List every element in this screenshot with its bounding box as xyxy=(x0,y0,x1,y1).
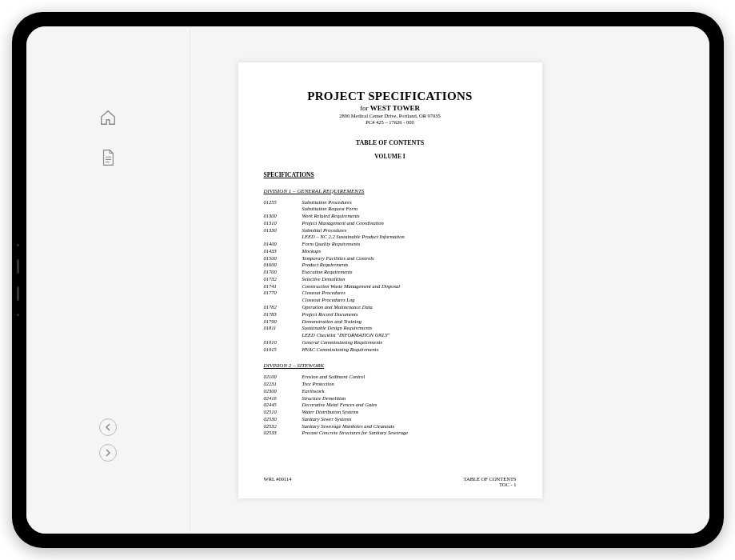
spec-item-code: 01330 xyxy=(264,227,302,234)
doc-pc: PC# 425 – 17626 - 000 xyxy=(264,119,517,125)
spec-item-code: 01790 xyxy=(264,318,302,326)
spec-item-row: 01330Submittal Procedures xyxy=(264,227,517,234)
spec-item-title: Substitution Procedures xyxy=(302,199,517,206)
spec-item-title: HVAC Commissioning Requirements xyxy=(302,346,517,354)
spec-item-title: Product Requirements xyxy=(302,262,517,269)
spec-item-row: 01782Operation and Maintenance Data xyxy=(264,304,517,311)
spec-item-code: 02445 xyxy=(264,402,302,409)
spec-item-row: 02300Earthwork xyxy=(264,388,517,395)
spec-item-title: Sanitary Sewer Systems xyxy=(302,416,517,423)
spec-item-row: 02416Structure Demolition xyxy=(264,395,517,402)
doc-title: PROJECT SPECIFICATIONS xyxy=(264,90,517,103)
spec-item-row: 02532Sanitary Sewerage Manholes and Clea… xyxy=(264,423,517,430)
spec-item-title: Decorative Metal Fences and Gates xyxy=(302,402,517,409)
spec-item-row: 02510Water Distribution Systems xyxy=(264,409,517,416)
spec-item-title: Project Record Documents xyxy=(302,311,517,318)
spec-item-row: Substitution Request Form xyxy=(264,206,517,213)
spec-item-title: LEED – NC 2.2 Sustainable Product Inform… xyxy=(302,234,517,241)
spec-item-row: 01700Execution Requirements xyxy=(264,269,517,276)
chevron-left-icon xyxy=(105,423,111,431)
spec-item-title: Mockups xyxy=(302,248,517,255)
spec-item-code: 01783 xyxy=(264,311,302,318)
spec-item-title: Sustainable Design Requirements xyxy=(302,325,517,332)
spec-item-row: 01811Sustainable Design Requirements xyxy=(264,325,517,332)
spec-item-title: Operation and Maintenance Data xyxy=(302,304,517,311)
document-viewport[interactable]: PROJECT SPECIFICATIONS for WEST TOWER 28… xyxy=(190,26,709,534)
footer-right: TABLE OF CONTENTS TOC - 1 xyxy=(464,476,517,487)
specifications-heading: SPECIFICATIONS xyxy=(264,171,517,178)
spec-item-title: Earthwork xyxy=(302,388,517,395)
spec-item-row: 01741Construction Waste Management and D… xyxy=(264,283,517,290)
spec-item-title: LEED Checklist "INFORMATION ONLY" xyxy=(302,332,517,339)
sidebar xyxy=(26,26,190,534)
spec-item-row: 01783Project Record Documents xyxy=(264,311,517,318)
spec-item-code xyxy=(264,234,302,241)
spec-item-row: 01915HVAC Commissioning Requirements xyxy=(264,346,517,354)
spec-item-code: 02530 xyxy=(264,416,302,423)
screen: PROJECT SPECIFICATIONS for WEST TOWER 28… xyxy=(26,26,709,534)
spec-item-title: Work Related Requirements xyxy=(302,213,517,220)
spec-item-title: Construction Waste Management and Dispos… xyxy=(302,283,517,290)
spec-item-code: 01600 xyxy=(264,262,302,269)
spec-item-title: Precast Concrete Structures for Sanitary… xyxy=(302,430,517,437)
spec-item-title: Structure Demolition xyxy=(302,395,517,402)
footer-left: WRL #00114 xyxy=(264,476,292,487)
division-2-heading: DIVISION 2 – SITEWORK xyxy=(264,362,517,369)
spec-item-code: 02300 xyxy=(264,388,302,395)
spec-item-code: 01700 xyxy=(264,269,302,276)
spec-item-row: LEED Checklist "INFORMATION ONLY" xyxy=(264,332,517,339)
spec-item-title: Tree Protection xyxy=(302,381,517,388)
spec-item-title: Selective Demolition xyxy=(302,276,517,283)
spec-item-row: LEED – NC 2.2 Sustainable Product Inform… xyxy=(264,234,517,241)
spec-item-row: 02231Tree Protection xyxy=(264,381,517,388)
spec-item-code xyxy=(264,332,302,339)
division-1-items: 01255Substitution ProceduresSubstitution… xyxy=(264,199,517,354)
spec-item-title: Project Management and Coordination xyxy=(302,220,517,227)
spec-item-row: Closeout Procedures Log xyxy=(264,297,517,304)
page-footer: WRL #00114 TABLE OF CONTENTS TOC - 1 xyxy=(264,476,517,487)
spec-item-code: 01500 xyxy=(264,255,302,262)
tablet-frame: PROJECT SPECIFICATIONS for WEST TOWER 28… xyxy=(12,12,724,548)
spec-item-code: 01915 xyxy=(264,346,302,354)
spec-item-code: 01811 xyxy=(264,325,302,332)
spec-item-title: Demonstration and Training xyxy=(302,318,517,326)
next-page-button[interactable] xyxy=(99,444,117,462)
spec-item-row: 01400Form Quality Requirements xyxy=(264,241,517,248)
document-button[interactable] xyxy=(97,146,119,169)
spec-item-row: 01300Work Related Requirements xyxy=(264,213,517,220)
spec-item-row: 01790Demonstration and Training xyxy=(264,318,517,326)
spec-item-row: 01910General Commissioning Requirements xyxy=(264,339,517,346)
toc-heading: TABLE OF CONTENTS xyxy=(264,139,517,146)
spec-item-code: 01300 xyxy=(264,213,302,220)
page-nav xyxy=(99,418,117,462)
spec-item-title: Closeout Procedures xyxy=(302,290,517,297)
spec-item-row: 02445Decorative Metal Fences and Gates xyxy=(264,402,517,409)
chevron-right-icon xyxy=(105,449,111,457)
prev-page-button[interactable] xyxy=(99,418,117,436)
doc-address: 2800 Medical Center Drive, Portland, OR … xyxy=(264,113,517,118)
spec-item-title: Submittal Procedures xyxy=(302,227,517,234)
spec-item-title: Closeout Procedures Log xyxy=(302,297,517,304)
division-2-items: 02100Erosion and Sediment Control02231Tr… xyxy=(264,374,517,437)
doc-subtitle: for WEST TOWER xyxy=(264,104,517,112)
division-1-heading: DIVISION 1 – GENERAL REQUIREMENTS xyxy=(264,188,517,194)
spec-item-row: 01732Selective Demolition xyxy=(264,276,517,283)
spec-item-row: 01500Temporary Facilities and Controls xyxy=(264,255,517,262)
spec-item-title: Form Quality Requirements xyxy=(302,241,517,248)
device-buttons xyxy=(17,244,19,316)
spec-item-row: 01600Product Requirements xyxy=(264,262,517,269)
home-button[interactable] xyxy=(97,106,119,129)
spec-item-code xyxy=(264,297,302,304)
spec-item-title: Sanitary Sewerage Manholes and Cleanouts xyxy=(302,423,517,430)
spec-item-row: 01310Project Management and Coordination xyxy=(264,220,517,227)
spec-item-code: 02416 xyxy=(264,395,302,402)
spec-item-code: 02510 xyxy=(264,409,302,416)
spec-item-row: 02100Erosion and Sediment Control xyxy=(264,374,517,381)
home-icon xyxy=(99,109,117,126)
spec-item-row: 01770Closeout Procedures xyxy=(264,290,517,297)
spec-item-code: 01310 xyxy=(264,220,302,227)
spec-item-code: 01910 xyxy=(264,339,302,346)
spec-item-row: 02533Precast Concrete Structures for San… xyxy=(264,430,517,437)
spec-item-row: 01433Mockups xyxy=(264,248,517,255)
spec-item-title: Water Distribution Systems xyxy=(302,409,517,416)
